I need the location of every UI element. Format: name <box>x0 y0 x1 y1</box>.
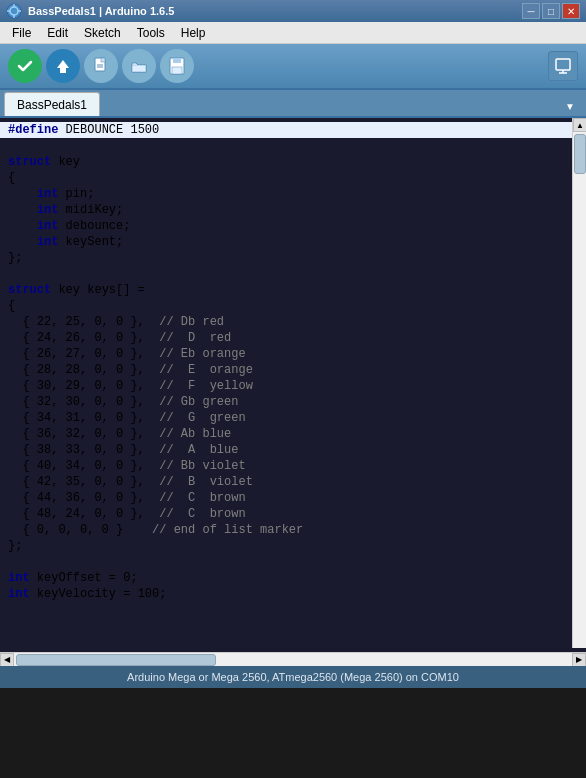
horizontal-scrollbar[interactable]: ◀ ▶ <box>0 652 586 666</box>
code-line-28 <box>0 554 586 570</box>
code-line-12: { <box>0 298 586 314</box>
tab-basspedals1[interactable]: BassPedals1 <box>4 92 100 116</box>
code-line-3: struct key <box>0 154 586 170</box>
code-line-20: { 36, 32, 0, 0 }, // Ab blue <box>0 426 586 442</box>
menu-file[interactable]: File <box>4 24 39 42</box>
code-line-6: int midiKey; <box>0 202 586 218</box>
toolbar <box>0 44 586 90</box>
code-line-1: #define DEBOUNCE 1500 <box>0 122 586 138</box>
verify-button[interactable] <box>8 49 42 83</box>
code-line-26: { 0, 0, 0, 0 } // end of list marker <box>0 522 586 538</box>
svg-rect-12 <box>173 58 181 63</box>
svg-marker-6 <box>57 60 69 73</box>
menu-tools[interactable]: Tools <box>129 24 173 42</box>
menu-bar: File Edit Sketch Tools Help <box>0 22 586 44</box>
code-editor[interactable]: #define DEBOUNCE 1500 struct key { int p… <box>0 118 586 648</box>
serial-monitor-button[interactable] <box>548 51 578 81</box>
scroll-h-thumb[interactable] <box>16 654 216 666</box>
upload-button[interactable] <box>46 49 80 83</box>
svg-rect-10 <box>132 65 146 72</box>
code-line-22: { 40, 34, 0, 0 }, // Bb violet <box>0 458 586 474</box>
status-text: Arduino Mega or Mega 2560, ATmega2560 (M… <box>127 671 459 683</box>
app-icon <box>6 3 22 19</box>
code-line-4: { <box>0 170 586 186</box>
save-button[interactable] <box>160 49 194 83</box>
code-line-9: }; <box>0 250 586 266</box>
code-content-area: #define DEBOUNCE 1500 struct key { int p… <box>0 118 586 606</box>
code-line-30: int keyVelocity = 100; <box>0 586 586 602</box>
code-line-14: { 24, 26, 0, 0 }, // D red <box>0 330 586 346</box>
code-line-21: { 38, 33, 0, 0 }, // A blue <box>0 442 586 458</box>
svg-rect-14 <box>556 59 570 70</box>
tab-area: BassPedals1 ▼ <box>0 90 586 118</box>
code-line-8: int keySent; <box>0 234 586 250</box>
code-line-27: }; <box>0 538 586 554</box>
code-line-13: { 22, 25, 0, 0 }, // Db red <box>0 314 586 330</box>
scroll-up-arrow[interactable]: ▲ <box>573 118 586 132</box>
code-line-5: int pin; <box>0 186 586 202</box>
new-button[interactable] <box>84 49 118 83</box>
maximize-button[interactable]: □ <box>542 3 560 19</box>
status-bar: Arduino Mega or Mega 2560, ATmega2560 (M… <box>0 666 586 688</box>
title-bar-controls: ─ □ ✕ <box>522 3 580 19</box>
minimize-button[interactable]: ─ <box>522 3 540 19</box>
menu-help[interactable]: Help <box>173 24 214 42</box>
code-line-23: { 42, 35, 0, 0 }, // B violet <box>0 474 586 490</box>
code-line-25: { 48, 24, 0, 0 }, // C brown <box>0 506 586 522</box>
window-title: BassPedals1 | Arduino 1.6.5 <box>28 5 174 17</box>
code-line-18: { 32, 30, 0, 0 }, // Gb green <box>0 394 586 410</box>
scroll-thumb[interactable] <box>574 134 586 174</box>
scroll-left-arrow[interactable]: ◀ <box>0 653 14 667</box>
scroll-right-arrow[interactable]: ▶ <box>572 653 586 667</box>
code-line-17: { 30, 29, 0, 0 }, // F yellow <box>0 378 586 394</box>
title-bar-left: BassPedals1 | Arduino 1.6.5 <box>6 3 174 19</box>
code-line-10 <box>0 266 586 282</box>
bottom-area <box>0 688 586 778</box>
code-line-19: { 34, 31, 0, 0 }, // G green <box>0 410 586 426</box>
open-button[interactable] <box>122 49 156 83</box>
code-line-2 <box>0 138 586 154</box>
code-line-29: int keyOffset = 0; <box>0 570 586 586</box>
code-line-11: struct key keys[] = <box>0 282 586 298</box>
title-bar: BassPedals1 | Arduino 1.6.5 ─ □ ✕ <box>0 0 586 22</box>
code-wrapper: #define DEBOUNCE 1500 struct key { int p… <box>0 118 586 652</box>
tab-dropdown-button[interactable]: ▼ <box>560 96 580 116</box>
menu-edit[interactable]: Edit <box>39 24 76 42</box>
svg-rect-13 <box>172 67 182 74</box>
code-line-16: { 28, 28, 0, 0 }, // E orange <box>0 362 586 378</box>
vertical-scrollbar[interactable]: ▲ <box>572 118 586 648</box>
code-line-24: { 44, 36, 0, 0 }, // C brown <box>0 490 586 506</box>
main-window: BassPedals1 | Arduino 1.6.5 ─ □ ✕ File E… <box>0 0 586 778</box>
close-button[interactable]: ✕ <box>562 3 580 19</box>
menu-sketch[interactable]: Sketch <box>76 24 129 42</box>
scroll-h-track <box>14 653 572 667</box>
code-line-7: int debounce; <box>0 218 586 234</box>
toolbar-right <box>548 51 578 81</box>
code-line-15: { 26, 27, 0, 0 }, // Eb orange <box>0 346 586 362</box>
